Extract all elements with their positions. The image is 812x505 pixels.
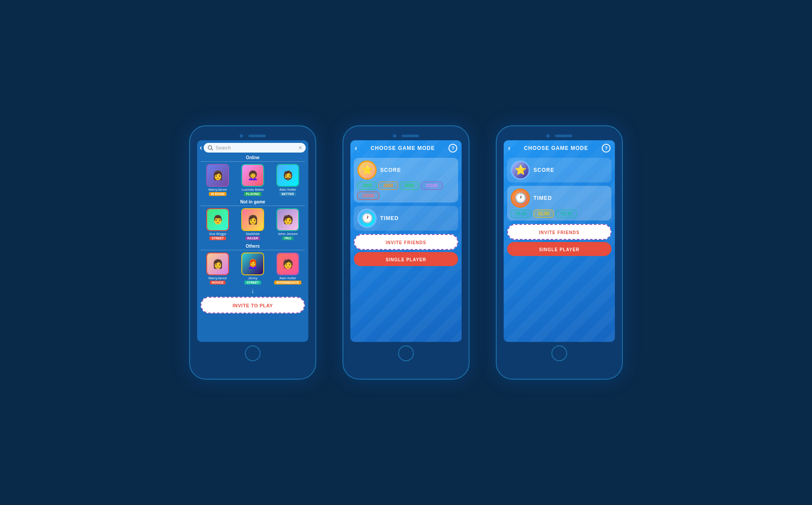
status-badge-9: INTERMEDIATE: [274, 281, 301, 285]
timed-chip-0100[interactable]: 01:00: [533, 210, 554, 218]
speaker-rect-3: [555, 135, 572, 137]
score-chips-container: 1000 2000 5000 10000 25000: [357, 181, 455, 200]
phone-top-bar-1: [240, 134, 266, 138]
single-player-button-3[interactable]: SINGLE PLAYER: [507, 242, 611, 256]
avatar-marryjanne: 👩: [206, 164, 229, 187]
divider-2: [201, 206, 305, 206]
timed-icon-2: 🕐: [357, 209, 377, 228]
notingame-friends-row: 👨 Sue Briggs STREET 👩 SiaWhite RACER 🧑 J…: [197, 206, 308, 242]
avatar-marry2: 👩: [206, 252, 229, 275]
camera-dot: [240, 134, 243, 138]
timed-label-2: TIMED: [380, 215, 399, 221]
camera-dot-3: [546, 134, 550, 138]
avatar-sia: 👩: [241, 208, 264, 231]
avatar-lucinda: 👩‍🦱: [241, 164, 264, 187]
svg-point-0: [208, 146, 212, 149]
timed-chip-0130[interactable]: 01:30: [556, 210, 577, 218]
search-clear-icon[interactable]: ✕: [298, 145, 302, 151]
score-chip-25000[interactable]: 25000: [357, 192, 379, 200]
friend-card-marry2[interactable]: 👩 MarryJanne NOVICE: [202, 252, 233, 285]
friend-card-lucinda[interactable]: 👩‍🦱 Lucinda Bates PLAYING: [237, 164, 268, 196]
avatar-alan2: 🧑: [276, 252, 299, 275]
help-button-2[interactable]: ?: [448, 144, 457, 153]
score-mode-row-3: ⭐ SCORE: [511, 160, 608, 180]
invite-friends-label-3: INVITE FRIENDS: [539, 230, 580, 235]
friend-card-sia[interactable]: 👩 SiaWhite RACER: [237, 208, 268, 240]
invite-friends-button-2[interactable]: INVITE FRIENDS: [354, 234, 458, 250]
bottom-buttons-3: INVITE FRIENDS SINGLE PLAYER: [507, 224, 611, 256]
game-header-2: ‹ CHOOSE GAME MODE ?: [350, 140, 462, 156]
avatar-img-1: 👩: [207, 165, 228, 186]
score-chip-10000[interactable]: 10000: [421, 181, 443, 190]
search-placeholder: Search: [215, 145, 298, 150]
timed-chip-0045[interactable]: 00:45: [511, 210, 532, 218]
score-chip-1000[interactable]: 1000: [357, 181, 377, 190]
friend-name-1: MarryJanne: [208, 188, 227, 192]
speaker-rect-2: [402, 135, 419, 137]
invite-to-play-button[interactable]: INVITE TO PLAY: [201, 297, 305, 313]
game-mode-title-3: CHOOSE GAME MODE: [510, 145, 602, 151]
friend-card-alan1[interactable]: 🧔 Alan Keller BETTER: [272, 164, 304, 196]
avatar-jenny: 👩‍🦰: [241, 252, 264, 275]
invite-friends-button-3[interactable]: INVITE FRIENDS: [507, 224, 611, 240]
score-label: SCORE: [380, 167, 401, 173]
invite-friends-label-2: INVITE FRIENDS: [386, 240, 427, 245]
score-icon: ⭐: [357, 160, 377, 180]
phone-3: ‹ CHOOSE GAME MODE ? ⭐ SCORE 🕐 TIMED 00:…: [496, 125, 623, 380]
timed-mode-row-3: 🕐 TIMED: [511, 188, 608, 208]
friend-name-8: Jenny: [248, 276, 257, 280]
phone-top-bar-3: [546, 134, 572, 138]
timed-section-2[interactable]: 🕐 TIMED: [354, 206, 458, 231]
speaker-rect: [248, 135, 266, 137]
avatar-img-6: 🧑: [277, 209, 298, 230]
screen-friends: ‹ Search ✕ Online 👩 MarryJanne IN ROOM: [197, 140, 308, 342]
avatar-img-9: 🧑: [277, 253, 298, 274]
single-player-button-2[interactable]: SINGLE PLAYER: [354, 252, 458, 266]
search-icon: [207, 145, 213, 151]
phone-1: ‹ Search ✕ Online 👩 MarryJanne IN ROOM: [189, 125, 316, 380]
avatar-img-5: 👩: [242, 209, 263, 230]
friend-card-marryjanne[interactable]: 👩 MarryJanne IN ROOM: [202, 164, 233, 196]
score-section-3[interactable]: ⭐ SCORE: [507, 158, 611, 182]
score-chip-5000[interactable]: 5000: [400, 181, 419, 190]
avatar-img-7: 👩: [207, 253, 228, 274]
status-badge-5: RACER: [245, 236, 261, 240]
back-button-1[interactable]: ‹: [200, 144, 202, 152]
status-badge-6: PRO: [282, 236, 293, 240]
home-button-3[interactable]: [551, 345, 567, 361]
avatar-img-8: 👩‍🦰: [242, 253, 263, 274]
score-chip-2000[interactable]: 2000: [378, 181, 398, 190]
friend-card-sue[interactable]: 👨 Sue Briggs STREET: [202, 208, 233, 240]
status-badge-4: STREET: [209, 236, 226, 240]
bottom-buttons-2: INVITE FRIENDS SINGLE PLAYER: [354, 234, 458, 266]
home-button-1[interactable]: [245, 345, 261, 361]
score-icon-3: ⭐: [511, 160, 530, 180]
home-button-2[interactable]: [398, 345, 414, 361]
single-player-label-3: SINGLE PLAYER: [539, 247, 580, 252]
search-bar[interactable]: Search ✕: [204, 143, 306, 153]
friend-card-alan2[interactable]: 🧑 Alan Keller INTERMEDIATE: [272, 252, 304, 285]
score-mode-row: ⭐ SCORE: [357, 160, 455, 180]
down-arrow-icon: ↓: [197, 287, 308, 294]
friend-name-9: Alan Keller: [279, 276, 297, 280]
status-badge-8: STREET: [244, 281, 261, 285]
score-section-2[interactable]: ⭐ SCORE 1000 2000 5000 10000 25000: [354, 158, 458, 203]
game-mode-title-2: CHOOSE GAME MODE: [357, 145, 448, 151]
friend-name-2: Lucinda Bates: [242, 188, 264, 192]
invite-to-play-label: INVITE TO PLAY: [233, 303, 273, 308]
avatar-img-3: 🧔: [277, 165, 298, 186]
timed-section-3[interactable]: 🕐 TIMED 00:45 01:00 01:30: [507, 186, 611, 220]
help-button-3[interactable]: ?: [602, 144, 611, 153]
friend-name-7: MarryJanne: [208, 276, 227, 280]
friend-name-3: Alan Keller: [279, 188, 297, 192]
phone-top-bar-2: [393, 134, 419, 138]
divider-1: [201, 161, 305, 162]
friend-card-jenny[interactable]: 👩‍🦰 Jenny STREET: [237, 252, 268, 285]
friend-name-6: John Jensen: [278, 232, 297, 236]
status-badge-3: BETTER: [279, 192, 296, 196]
single-player-label-2: SINGLE PLAYER: [386, 257, 427, 262]
status-badge-1: IN ROOM: [209, 192, 227, 196]
camera-dot-2: [393, 134, 396, 138]
friend-card-john[interactable]: 🧑 John Jensen PRO: [272, 208, 304, 240]
others-friends-row: 👩 MarryJanne NOVICE 👩‍🦰 Jenny STREET 🧑 A…: [197, 251, 308, 286]
